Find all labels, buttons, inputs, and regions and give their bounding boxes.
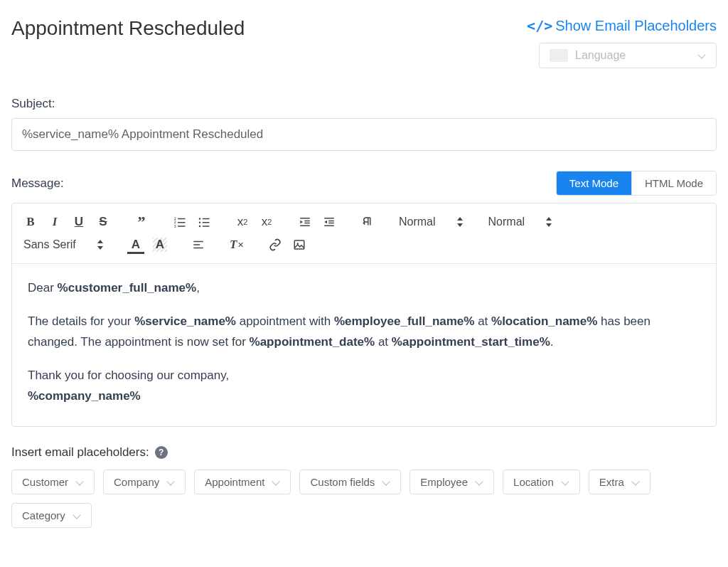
chevron-down-icon: [166, 478, 175, 487]
help-icon[interactable]: ?: [155, 446, 168, 459]
chip-label: Employee: [420, 476, 468, 488]
paragraph-picker-label: Normal: [399, 216, 436, 228]
subscript-button[interactable]: x2: [235, 215, 250, 229]
insert-placeholders-label: Insert email placeholders:: [11, 445, 149, 460]
chevron-down-icon: [272, 478, 280, 487]
font-picker-label: Sans Serif: [23, 238, 76, 251]
placeholder-appointment-date: %appointment_date%: [250, 335, 375, 349]
message-label: Message:: [11, 176, 64, 191]
chip-extra[interactable]: Extra: [589, 470, 651, 494]
placeholder-company-name: %company_name%: [28, 389, 141, 403]
placeholder-customer-full-name: %customer_full_name%: [58, 281, 197, 295]
page-title: Appointment Rescheduled: [11, 17, 245, 40]
superscript-button[interactable]: x2: [259, 215, 274, 229]
unordered-list-button[interactable]: [197, 216, 211, 228]
chip-appointment[interactable]: Appointment: [194, 470, 291, 494]
paragraph-format-picker[interactable]: Normal: [399, 216, 464, 228]
editor-toolbar: B I U S ” 123 x2 x2: [12, 203, 716, 264]
subject-label: Subject:: [11, 97, 717, 111]
chevron-down-icon: [75, 478, 84, 487]
chip-label: Appointment: [205, 476, 264, 488]
bold-button[interactable]: B: [23, 215, 38, 229]
chip-label: Customer: [22, 476, 68, 488]
indent-button[interactable]: [322, 216, 336, 228]
header-row: Appointment Rescheduled </> Show Email P…: [11, 17, 717, 68]
chevron-down-icon: [475, 478, 483, 487]
image-button[interactable]: [292, 238, 306, 251]
heading-picker-label: Normal: [488, 216, 525, 228]
placeholder-location-name: %location_name%: [491, 314, 597, 328]
show-placeholders-label: Show Email Placeholders: [555, 18, 717, 34]
chevron-down-icon: [382, 478, 390, 487]
chip-customer[interactable]: Customer: [11, 470, 95, 494]
insert-placeholders-label-row: Insert email placeholders: ?: [11, 445, 717, 460]
chip-label: Location: [513, 476, 554, 488]
html-mode-button[interactable]: HTML Mode: [631, 171, 716, 195]
message-header-row: Message: Text Mode HTML Mode: [11, 171, 717, 196]
svg-point-8: [199, 222, 200, 223]
text-direction-button[interactable]: [360, 216, 375, 228]
link-button[interactable]: [268, 238, 282, 251]
body-text: at: [375, 335, 392, 349]
chip-company[interactable]: Company: [103, 470, 186, 494]
subject-input[interactable]: [11, 118, 717, 151]
placeholder-service-name: %service_name%: [134, 314, 236, 328]
outdent-button[interactable]: [298, 216, 312, 228]
flag-icon: [550, 49, 568, 62]
chip-location[interactable]: Location: [503, 470, 580, 494]
editor-body[interactable]: Dear %customer_full_name%, The details f…: [12, 264, 716, 426]
updown-icon: [546, 216, 553, 228]
background-color-button[interactable]: A: [153, 238, 167, 252]
body-text: appointment with: [236, 314, 334, 328]
chip-label: Extra: [599, 476, 624, 488]
chevron-down-icon: [561, 478, 569, 487]
body-text: The details for your: [28, 314, 134, 328]
updown-icon: [457, 216, 464, 228]
thanks-line: Thank you for choosing our company,: [28, 366, 700, 386]
ordered-list-button[interactable]: 123: [173, 216, 187, 228]
header-right: </> Show Email Placeholders Language: [527, 17, 717, 68]
placeholder-appointment-start-time: %appointment_start_time%: [392, 335, 550, 349]
text-color-button[interactable]: A: [129, 238, 143, 252]
chip-label: Category: [22, 509, 65, 521]
strikethrough-button[interactable]: S: [96, 215, 110, 229]
align-button[interactable]: [191, 238, 205, 251]
font-family-picker[interactable]: Sans Serif: [23, 238, 105, 251]
svg-rect-25: [294, 240, 304, 249]
chevron-down-icon: [697, 51, 706, 60]
placeholder-chips: Customer Company Appointment Custom fiel…: [11, 470, 717, 528]
language-placeholder: Language: [575, 49, 626, 62]
body-text: at: [474, 314, 491, 328]
placeholder-employee-full-name: %employee_full_name%: [334, 314, 474, 328]
svg-point-10: [199, 226, 200, 227]
show-email-placeholders-link[interactable]: </> Show Email Placeholders: [527, 17, 717, 34]
body-text: .: [550, 335, 554, 349]
code-icon: </>: [527, 17, 552, 34]
heading-format-picker[interactable]: Normal: [488, 216, 554, 228]
clear-formatting-button[interactable]: T✕: [230, 238, 244, 252]
text-mode-button[interactable]: Text Mode: [557, 171, 631, 195]
language-select[interactable]: Language: [539, 43, 717, 68]
updown-icon: [97, 239, 105, 250]
greeting-prefix: Dear: [28, 281, 58, 295]
chip-employee[interactable]: Employee: [410, 470, 494, 494]
chip-category[interactable]: Category: [11, 503, 92, 528]
svg-marker-13: [300, 221, 303, 224]
chip-label: Custom fields: [310, 476, 375, 488]
svg-marker-18: [324, 221, 327, 224]
chevron-down-icon: [631, 478, 640, 487]
italic-button[interactable]: I: [48, 215, 62, 229]
greeting-suffix: ,: [196, 281, 200, 295]
chip-custom-fields[interactable]: Custom fields: [299, 470, 401, 494]
svg-text:3: 3: [174, 224, 176, 228]
chevron-down-icon: [73, 512, 81, 520]
blockquote-button[interactable]: ”: [134, 218, 149, 226]
editor: B I U S ” 123 x2 x2: [11, 203, 717, 427]
svg-point-6: [199, 218, 200, 219]
underline-button[interactable]: U: [72, 215, 86, 229]
mode-toggle: Text Mode HTML Mode: [556, 171, 717, 196]
chip-label: Company: [114, 476, 159, 488]
